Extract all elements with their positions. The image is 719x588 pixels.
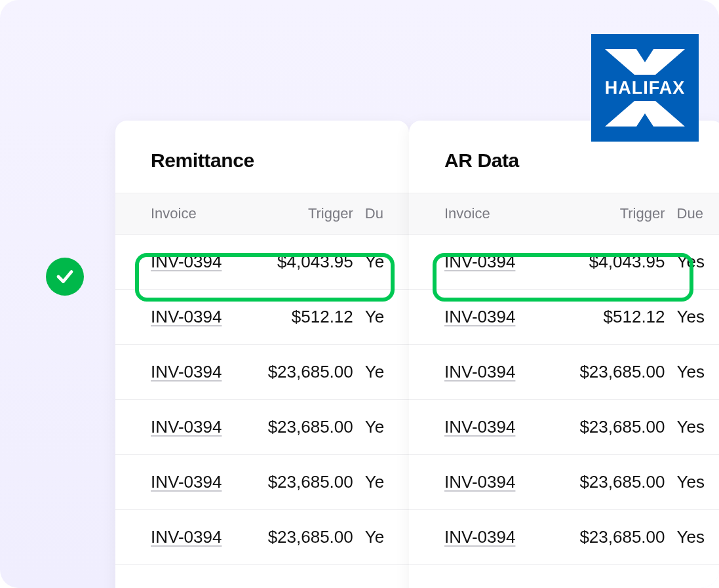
invoice-cell[interactable]: INV-0394 xyxy=(151,472,258,492)
ardata-header-row: Invoice Trigger Due xyxy=(409,193,719,235)
table-row[interactable]: INV-0394 $512.12 Ye xyxy=(115,290,409,345)
trigger-cell: $512.12 xyxy=(561,307,665,327)
table-row[interactable]: INV-0394 $4,043.95 Yes xyxy=(409,235,719,290)
trigger-cell: $23,685.00 xyxy=(561,472,665,492)
ardata-panel: AR Data Invoice Trigger Due INV-0394 $4,… xyxy=(409,121,719,588)
table-row[interactable]: INV-0394 $23,685.00 Ye xyxy=(115,455,409,510)
trigger-cell: $512.12 xyxy=(258,307,353,327)
trigger-cell: $23,685.00 xyxy=(561,417,665,437)
halifax-logo: HALIFAX xyxy=(591,34,699,142)
ardata-col-header-invoice: Invoice xyxy=(444,205,561,222)
due-cell: Ye xyxy=(353,417,396,437)
due-cell: Ye xyxy=(353,252,396,272)
due-cell: Yes xyxy=(665,417,710,437)
table-row[interactable]: INV-0394 $23,685.00 Yes xyxy=(409,455,719,510)
trigger-cell: $23,685.00 xyxy=(561,527,665,547)
invoice-cell[interactable]: INV-0394 xyxy=(151,527,258,547)
remittance-header-row: Invoice Trigger Du xyxy=(115,193,409,235)
table-row[interactable]: INV-0394 $512.12 Yes xyxy=(409,290,719,345)
remittance-col-header-trigger: Trigger xyxy=(258,205,353,222)
remittance-col-header-due: Du xyxy=(353,205,396,222)
remittance-panel: Remittance Invoice Trigger Du INV-0394 $… xyxy=(115,121,409,588)
trigger-cell: $23,685.00 xyxy=(561,362,665,382)
match-check-badge xyxy=(46,258,84,296)
invoice-cell[interactable]: INV-0394 xyxy=(151,417,258,437)
due-cell: Yes xyxy=(665,527,710,547)
due-cell: Yes xyxy=(665,472,710,492)
due-cell: Ye xyxy=(353,472,396,492)
remittance-col-header-invoice: Invoice xyxy=(151,205,258,222)
remittance-title: Remittance xyxy=(115,121,409,193)
halifax-logo-icon: HALIFAX xyxy=(598,41,691,134)
ardata-rows: INV-0394 $4,043.95 Yes INV-0394 $512.12 … xyxy=(409,235,719,565)
table-row[interactable]: INV-0394 $23,685.00 Yes xyxy=(409,510,719,565)
due-cell: Ye xyxy=(353,307,396,327)
svg-text:HALIFAX: HALIFAX xyxy=(605,78,686,98)
invoice-cell[interactable]: INV-0394 xyxy=(151,362,258,382)
table-row[interactable]: INV-0394 $23,685.00 Yes xyxy=(409,345,719,400)
check-icon xyxy=(55,267,75,286)
invoice-cell[interactable]: INV-0394 xyxy=(444,527,561,547)
due-cell: Ye xyxy=(353,362,396,382)
due-cell: Yes xyxy=(665,252,710,272)
invoice-cell[interactable]: INV-0394 xyxy=(151,307,258,327)
table-row[interactable]: INV-0394 $4,043.95 Ye xyxy=(115,235,409,290)
svg-marker-0 xyxy=(605,49,685,75)
table-row[interactable]: INV-0394 $23,685.00 Ye xyxy=(115,510,409,565)
trigger-cell: $23,685.00 xyxy=(258,472,353,492)
due-cell: Ye xyxy=(353,527,396,547)
due-cell: Yes xyxy=(665,307,710,327)
table-row[interactable]: INV-0394 $23,685.00 Ye xyxy=(115,400,409,455)
trigger-cell: $4,043.95 xyxy=(561,252,665,272)
trigger-cell: $4,043.95 xyxy=(258,252,353,272)
ardata-col-header-trigger: Trigger xyxy=(561,205,665,222)
invoice-cell[interactable]: INV-0394 xyxy=(151,252,258,272)
table-row[interactable]: INV-0394 $23,685.00 Ye xyxy=(115,345,409,400)
trigger-cell: $23,685.00 xyxy=(258,527,353,547)
invoice-cell[interactable]: INV-0394 xyxy=(444,472,561,492)
invoice-cell[interactable]: INV-0394 xyxy=(444,417,561,437)
trigger-cell: $23,685.00 xyxy=(258,362,353,382)
trigger-cell: $23,685.00 xyxy=(258,417,353,437)
ardata-col-header-due: Due xyxy=(665,205,710,222)
invoice-cell[interactable]: INV-0394 xyxy=(444,307,561,327)
invoice-cell[interactable]: INV-0394 xyxy=(444,362,561,382)
background-canvas: HALIFAX Remittance Invoice Trigger Du IN… xyxy=(0,0,719,588)
remittance-rows: INV-0394 $4,043.95 Ye INV-0394 $512.12 Y… xyxy=(115,235,409,565)
table-row[interactable]: INV-0394 $23,685.00 Yes xyxy=(409,400,719,455)
invoice-cell[interactable]: INV-0394 xyxy=(444,252,561,272)
due-cell: Yes xyxy=(665,362,710,382)
svg-marker-1 xyxy=(605,101,685,127)
